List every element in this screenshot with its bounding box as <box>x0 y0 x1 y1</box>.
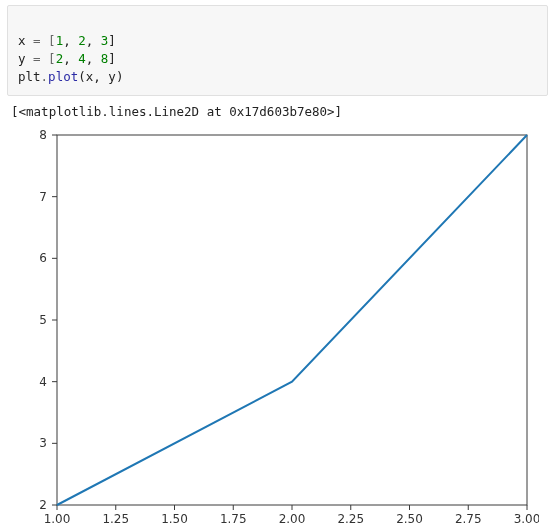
output-repr: [<matplotlib.lines.Line2D at 0x17d603b7e… <box>11 104 550 119</box>
x-tick-label: 2.50 <box>396 512 423 526</box>
x-tick-label: 2.25 <box>337 512 364 526</box>
code-var-x: x <box>18 33 26 48</box>
data-line <box>57 135 527 505</box>
y-tick-label: 4 <box>39 374 47 388</box>
y-tick-label: 6 <box>39 251 47 265</box>
x-tick-label: 2.00 <box>279 512 306 526</box>
line-chart: 1.001.251.501.752.002.252.502.753.002345… <box>9 123 539 529</box>
x-tick-label: 1.50 <box>161 512 188 526</box>
axes-frame <box>57 135 527 505</box>
x-tick-label: 1.00 <box>44 512 71 526</box>
y-tick-label: 2 <box>39 498 47 512</box>
x-tick-label: 2.75 <box>455 512 482 526</box>
x-tick-label: 1.25 <box>102 512 129 526</box>
y-tick-label: 5 <box>39 313 47 327</box>
plot-area: 1.001.251.501.752.002.252.502.753.002345… <box>9 123 539 529</box>
x-tick-label: 3.00 <box>514 512 539 526</box>
code-var-y: y <box>18 51 26 66</box>
code-cell: x = [1, 2, 3] y = [2, 4, 8] plt.plot(x, … <box>7 5 548 96</box>
y-tick-label: 7 <box>39 189 47 203</box>
x-tick-label: 1.75 <box>220 512 247 526</box>
y-tick-label: 3 <box>39 436 47 450</box>
y-tick-label: 8 <box>39 128 47 142</box>
